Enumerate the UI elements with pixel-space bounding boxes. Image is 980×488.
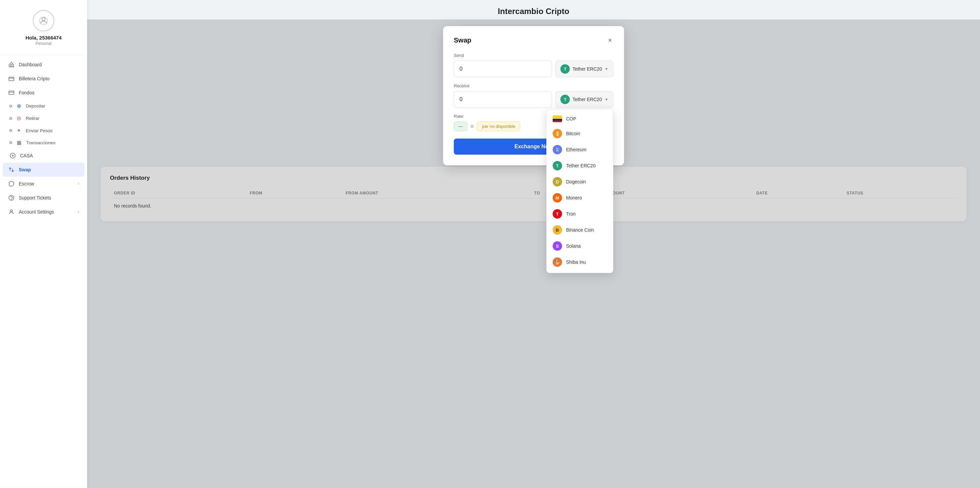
eth-icon: Ξ — [553, 145, 562, 154]
modal-close-button[interactable]: × — [607, 35, 613, 45]
sidebar-item-swap[interactable]: Swap — [3, 163, 84, 177]
dropdown-item-xmr[interactable]: M Monero — [547, 190, 613, 206]
dropdown-item-label: Tether ERC20 — [566, 163, 596, 168]
send-amount-input[interactable] — [454, 60, 552, 77]
send-input-row: T Tether ERC20 ▼ — [454, 60, 613, 77]
send-currency-label: Tether ERC20 — [573, 66, 602, 71]
sidebar-profile: Hola, 25366474 Personal — [0, 7, 87, 54]
page-title: Intercambio Cripto — [87, 7, 980, 16]
sidebar-item-label: Support Tickets — [19, 195, 51, 201]
dropdown-item-trx[interactable]: T Tron — [547, 206, 613, 222]
dropdown-item-btc[interactable]: ₿ Bitcoin — [547, 125, 613, 142]
dropdown-item-cop[interactable]: COP — [547, 112, 613, 125]
escrow-icon — [8, 181, 15, 187]
avatar — [33, 10, 54, 32]
main-content: Intercambio Cripto Swap × Send T Tether … — [87, 0, 980, 488]
sidebar-item-label: Billetera Cripto — [19, 76, 49, 81]
cop-flag-icon — [553, 116, 562, 122]
sidebar-item-support[interactable]: Support Tickets — [3, 191, 84, 205]
usdt-icon: T — [553, 161, 562, 170]
casa-icon — [10, 152, 16, 159]
trx-icon: T — [553, 209, 562, 219]
dropdown-item-label: Binance Coin — [566, 227, 594, 233]
support-icon — [8, 195, 15, 201]
currency-dropdown: COP ₿ Bitcoin Ξ Ethereum — [546, 109, 613, 273]
sol-icon: S — [553, 241, 562, 251]
svg-point-7 — [10, 210, 13, 212]
sidebar-item-label: Dashboard — [19, 62, 42, 67]
home-icon — [8, 61, 15, 68]
sidebar-item-label: Retirar — [26, 116, 40, 121]
receive-amount-input[interactable] — [454, 91, 552, 108]
sub-icon-transacciones: ▦ — [17, 139, 21, 146]
sidebar-item-dashboard[interactable]: Dashboard — [3, 57, 84, 71]
receive-label: Receive — [454, 83, 613, 88]
sidebar-item-label: Enviar Pesos — [26, 128, 52, 133]
dropdown-item-shib[interactable]: 🐕 Shiba Inu — [547, 254, 613, 270]
receive-currency-dropdown-trigger[interactable]: T Tether ERC20 ▼ — [555, 91, 613, 108]
receive-currency-label: Tether ERC20 — [573, 97, 602, 102]
dropdown-item-label: Bitcoin — [566, 131, 580, 136]
sidebar-item-label: Transacciones — [26, 140, 55, 145]
sidebar-item-enviar[interactable]: ✦ Enviar Pesos — [3, 125, 84, 136]
dropdown-item-label: COP — [566, 116, 576, 122]
doge-icon: D — [553, 177, 562, 187]
sidebar-item-billetera[interactable]: Billetera Cripto — [3, 71, 84, 86]
sidebar-item-label: CASA — [20, 153, 33, 158]
bnb-icon: B — [553, 225, 562, 234]
sidebar-item-label: Fondos — [19, 90, 35, 95]
modal-header: Swap × — [454, 35, 613, 45]
sidebar-item-fondos[interactable]: Fondos — [3, 86, 84, 100]
dot-icon — [10, 117, 12, 120]
sidebar-item-casa[interactable]: CASA — [3, 149, 84, 163]
dropdown-item-label: Tron — [566, 211, 576, 217]
sub-icon-retirar: ⊖ — [17, 115, 21, 122]
btc-icon: ₿ — [553, 129, 562, 138]
sidebar-item-escrow[interactable]: Escrow › — [3, 177, 84, 191]
sidebar-item-label: Depositar — [26, 103, 45, 108]
modal-backdrop: Swap × Send T Tether ERC20 ▼ — [87, 19, 980, 488]
sidebar: Hola, 25366474 Personal Dashboard — [0, 0, 87, 488]
swap-icon — [8, 166, 15, 173]
sidebar-item-account-settings[interactable]: Account Settings › — [3, 205, 84, 219]
sidebar-item-label: Escrow — [19, 181, 34, 187]
sidebar-item-label: Swap — [19, 167, 31, 173]
modal-title: Swap — [454, 36, 471, 44]
xmr-icon: M — [553, 193, 562, 203]
sub-icon-enviar: ✦ — [17, 128, 21, 133]
dropdown-item-label: Shiba Inu — [566, 260, 586, 265]
dropdown-item-doge[interactable]: D Dogecoin — [547, 174, 613, 190]
svg-rect-2 — [9, 77, 14, 81]
dropdown-item-usdt[interactable]: T Tether ERC20 — [547, 158, 613, 174]
svg-point-6 — [11, 200, 12, 200]
svg-rect-3 — [9, 91, 14, 95]
content-area: Swap × Send T Tether ERC20 ▼ — [87, 19, 980, 488]
sidebar-item-transacciones[interactable]: ▦ Transacciones — [3, 136, 84, 149]
sidebar-item-depositar[interactable]: ⊕ Depositar — [3, 100, 84, 112]
nav-section: Dashboard Billetera Cripto Fondos — [0, 57, 87, 219]
dropdown-chevron-icon: ▼ — [605, 97, 608, 101]
profile-type: Personal — [35, 41, 51, 46]
sidebar-item-label: Account Settings — [19, 209, 54, 215]
page-header: Intercambio Cripto — [87, 0, 980, 19]
dot-icon — [10, 129, 12, 132]
dot-icon — [10, 141, 12, 144]
dropdown-item-bnb[interactable]: B Binance Coin — [547, 222, 613, 238]
send-label: Send — [454, 53, 613, 58]
receive-section: Receive T Tether ERC20 ▼ — [454, 83, 613, 108]
dropdown-item-eth[interactable]: Ξ Ethereum — [547, 142, 613, 158]
sidebar-item-retirar[interactable]: ⊖ Retirar — [3, 112, 84, 125]
send-section: Send T Tether ERC20 ▼ — [454, 53, 613, 77]
dropdown-item-sol[interactable]: S Solana — [547, 238, 613, 254]
tether-icon: T — [560, 95, 570, 104]
chevron-right-icon: › — [78, 181, 79, 186]
dropdown-item-label: Solana — [566, 243, 581, 249]
receive-currency-wrapper: T Tether ERC20 ▼ — [555, 91, 613, 108]
send-currency-dropdown-trigger[interactable]: T Tether ERC20 ▼ — [555, 60, 613, 77]
swap-modal: Swap × Send T Tether ERC20 ▼ — [443, 26, 624, 165]
account-settings-icon — [8, 209, 15, 215]
sub-icon-depositar: ⊕ — [17, 103, 21, 109]
shib-icon: 🐕 — [553, 257, 562, 267]
receive-input-row: T Tether ERC20 ▼ — [454, 91, 613, 108]
card-icon — [8, 89, 15, 96]
